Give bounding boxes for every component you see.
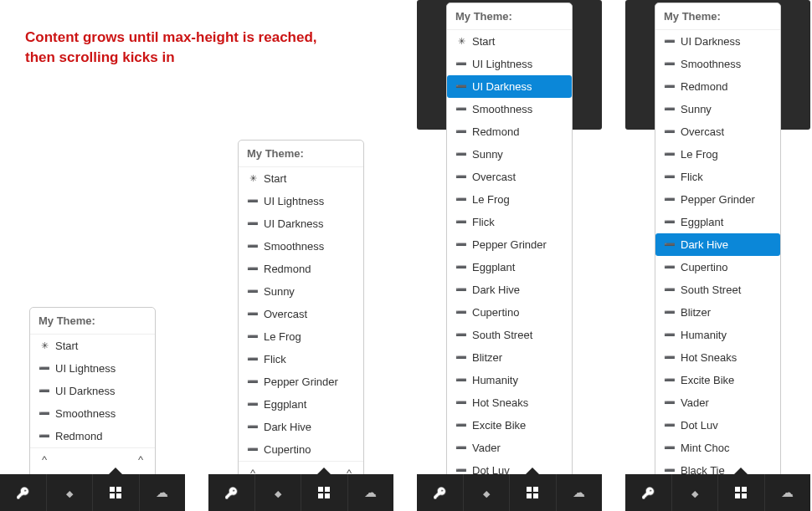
theme-item-label: Excite Bike	[472, 419, 526, 432]
theme-item[interactable]: ➖Sunny	[655, 98, 780, 120]
theme-item[interactable]: ➖Pepper Grinder	[655, 188, 780, 211]
theme-item[interactable]: ➖Humanity	[655, 324, 780, 346]
theme-item[interactable]: ➖UI Darkness	[655, 30, 780, 53]
theme-item[interactable]: ➖Hot Sneaks	[655, 346, 780, 369]
footer-chevron-right[interactable]: ^	[135, 453, 146, 466]
theme-item[interactable]: ➖Cupertino	[447, 301, 572, 324]
minus-icon: ➖	[247, 218, 259, 229]
theme-list[interactable]: ✳Start➖UI Lightness➖UI Darkness➖Smoothne…	[239, 167, 363, 461]
theme-item[interactable]: ✳Start	[239, 167, 363, 190]
theme-item[interactable]: ➖Flick	[655, 166, 780, 188]
theme-item[interactable]: ➖Hot Sneaks	[447, 391, 572, 414]
theme-item[interactable]: ➖Redmond	[447, 120, 572, 143]
theme-item-label: Cupertino	[681, 261, 727, 273]
nav-cloud[interactable]	[348, 474, 394, 511]
nav-drop[interactable]	[464, 474, 511, 511]
theme-item[interactable]: ➖Smoothness	[655, 53, 780, 75]
theme-item[interactable]: ➖Sunny	[447, 143, 572, 166]
bottom-navbar	[0, 474, 185, 511]
theme-item-label: Humanity	[472, 374, 518, 386]
theme-list[interactable]: ➖UI Darkness➖Smoothness➖Redmond➖Sunny➖Ov…	[655, 30, 780, 482]
theme-item[interactable]: ➖Eggplant	[447, 256, 572, 278]
theme-list[interactable]: ✳Start➖UI Lightness➖UI Darkness➖Smoothne…	[30, 335, 155, 447]
key-icon	[16, 485, 29, 500]
footer-chevron-left[interactable]: ^	[39, 453, 50, 466]
theme-item[interactable]: ➖South Street	[447, 324, 572, 346]
theme-item[interactable]: ➖Pepper Grinder	[239, 370, 363, 393]
theme-item[interactable]: ➖Vader	[655, 391, 780, 414]
theme-item[interactable]: ➖UI Darkness	[30, 380, 155, 402]
nav-drop[interactable]	[255, 474, 302, 511]
theme-item-label: Overcast	[264, 308, 307, 320]
theme-item[interactable]: ➖Redmond	[30, 425, 155, 447]
theme-item[interactable]: ➖Flick	[447, 211, 572, 233]
theme-item[interactable]: ➖Dark Hive	[655, 233, 780, 256]
theme-item[interactable]: ➖Smoothness	[239, 235, 363, 258]
nav-grid[interactable]	[510, 474, 557, 511]
nav-cloud[interactable]	[557, 474, 603, 511]
nav-key[interactable]	[208, 474, 255, 511]
caption-text: Content grows until max-height is reache…	[25, 28, 326, 68]
theme-item[interactable]: ➖Smoothness	[30, 402, 155, 425]
theme-item[interactable]: ➖UI Lightness	[239, 190, 363, 212]
cloud-icon	[156, 485, 168, 500]
nav-drop[interactable]	[672, 474, 719, 511]
theme-item[interactable]: ➖Redmond	[655, 75, 780, 98]
theme-item[interactable]: ➖Le Frog	[655, 143, 780, 166]
nav-grid[interactable]	[718, 474, 765, 511]
theme-item-label: Smoothness	[681, 58, 741, 70]
theme-item[interactable]: ➖Excite Bike	[447, 414, 572, 437]
theme-item[interactable]: ➖Dot Luv	[655, 414, 780, 437]
theme-item[interactable]: ✳Start	[447, 30, 572, 53]
minus-icon: ➖	[664, 59, 676, 69]
nav-grid[interactable]	[301, 474, 348, 511]
minus-icon: ➖	[455, 194, 467, 205]
theme-item[interactable]: ➖UI Darkness	[239, 212, 363, 235]
theme-item[interactable]: ➖Cupertino	[239, 438, 363, 461]
nav-key[interactable]	[625, 474, 672, 511]
theme-item[interactable]: ➖Le Frog	[239, 325, 363, 348]
theme-item-label: UI Lightness	[264, 195, 324, 207]
theme-item[interactable]: ➖UI Darkness	[447, 75, 572, 98]
nav-grid[interactable]	[93, 474, 140, 511]
theme-item[interactable]: ➖Dark Hive	[239, 416, 363, 438]
theme-item-label: South Street	[681, 284, 741, 296]
theme-item[interactable]: ➖Eggplant	[655, 211, 780, 233]
theme-item[interactable]: ➖South Street	[655, 278, 780, 301]
nav-key[interactable]	[0, 474, 47, 511]
nav-cloud[interactable]	[765, 474, 811, 511]
theme-item[interactable]: ➖Blitzer	[447, 346, 572, 369]
theme-item[interactable]: ➖UI Lightness	[447, 53, 572, 75]
theme-item-label: UI Darkness	[681, 35, 741, 48]
theme-item[interactable]: ➖Overcast	[239, 303, 363, 325]
minus-icon: ➖	[455, 262, 467, 273]
theme-item[interactable]: ➖Dark Hive	[447, 278, 572, 301]
theme-item[interactable]: ➖Flick	[239, 348, 363, 370]
theme-item[interactable]: ➖Cupertino	[655, 256, 780, 278]
nav-cloud[interactable]	[140, 474, 186, 511]
theme-list[interactable]: ✳Start➖UI Lightness➖UI Darkness➖Smoothne…	[447, 30, 572, 482]
theme-item[interactable]: ➖Blitzer	[655, 301, 780, 324]
theme-item[interactable]: ➖Le Frog	[447, 188, 572, 211]
theme-item[interactable]: ➖Humanity	[447, 369, 572, 391]
nav-drop[interactable]	[47, 474, 94, 511]
theme-item-label: Le Frog	[264, 330, 301, 343]
theme-item[interactable]: ➖Redmond	[239, 258, 363, 280]
theme-item[interactable]: ➖Mint Choc	[655, 437, 780, 459]
theme-item[interactable]: ✳Start	[30, 335, 155, 357]
minus-icon: ➖	[247, 196, 259, 207]
theme-item[interactable]: ➖Pepper Grinder	[447, 233, 572, 256]
theme-item[interactable]: ➖Sunny	[239, 280, 363, 303]
nav-key[interactable]	[417, 474, 464, 511]
theme-item[interactable]: ➖Overcast	[447, 166, 572, 188]
theme-item[interactable]: ➖Overcast	[655, 120, 780, 143]
theme-item[interactable]: ➖Eggplant	[239, 393, 363, 416]
theme-item[interactable]: ➖Excite Bike	[655, 369, 780, 391]
theme-item[interactable]: ➖Smoothness	[447, 98, 572, 120]
minus-icon: ➖	[455, 81, 467, 92]
asterisk-icon: ✳	[39, 340, 50, 351]
theme-item[interactable]: ➖UI Lightness	[30, 357, 155, 380]
theme-panel-3: My Theme: ✳Start➖UI Lightness➖UI Darknes…	[446, 3, 573, 511]
theme-item[interactable]: ➖Vader	[447, 437, 572, 459]
minus-icon: ➖	[664, 149, 676, 160]
